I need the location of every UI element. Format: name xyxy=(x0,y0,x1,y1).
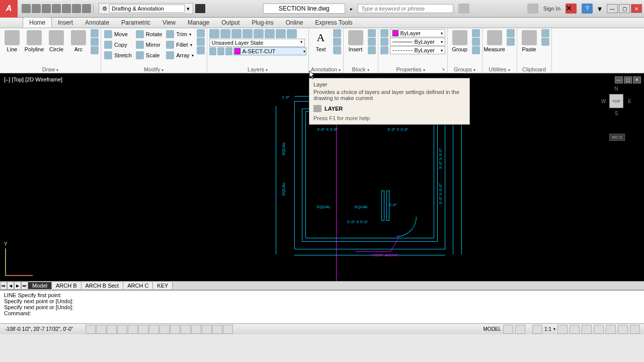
layout-next-icon[interactable]: ▶ xyxy=(14,282,21,290)
edit-block-icon[interactable] xyxy=(368,38,376,46)
wcs-label[interactable]: WCS xyxy=(609,134,625,141)
layout-tab-key[interactable]: KEY xyxy=(153,282,173,289)
erase-icon[interactable] xyxy=(197,29,205,37)
annoscale-icon[interactable] xyxy=(532,325,542,334)
qp-icon[interactable] xyxy=(202,325,212,334)
layer-off-icon[interactable] xyxy=(254,29,264,38)
panel-modify-label[interactable]: Modify▾ xyxy=(103,66,205,73)
workspace-menu-icon[interactable] xyxy=(195,4,205,13)
linetype-icon[interactable] xyxy=(380,46,388,54)
model-space-label[interactable]: MODEL xyxy=(484,326,502,332)
group-button[interactable]: Group xyxy=(450,29,470,52)
layer-thaw-icon[interactable] xyxy=(217,47,224,55)
panel-properties-label[interactable]: Properties▾↘ xyxy=(380,66,445,73)
tab-plugins[interactable]: Plug-ins xyxy=(246,18,279,28)
rotate-button[interactable]: Rotate xyxy=(135,29,163,39)
tab-home[interactable]: Home xyxy=(23,17,52,28)
model-icon[interactable] xyxy=(503,325,513,334)
new-icon[interactable] xyxy=(22,4,31,13)
panel-clipboard-label[interactable]: Clipboard xyxy=(519,66,549,73)
coordinates[interactable]: -108'-0 1/2", 20'-7 17/32", 0'-0" xyxy=(0,326,86,332)
layer-properties-icon[interactable] xyxy=(209,29,219,38)
polar-icon[interactable] xyxy=(117,325,127,334)
polyline-button[interactable]: Polyline xyxy=(24,29,44,52)
layer-match-icon[interactable] xyxy=(287,29,297,38)
layer-isolate-icon[interactable] xyxy=(231,29,242,38)
measure-button[interactable]: Measure xyxy=(485,29,505,52)
line-button[interactable]: Line xyxy=(2,29,22,52)
layout-last-icon[interactable]: ⏭ xyxy=(21,282,28,290)
copy-clip-icon[interactable] xyxy=(541,38,549,46)
workspace-icon[interactable] xyxy=(582,325,592,334)
ducs-icon[interactable] xyxy=(159,325,170,334)
table-icon[interactable] xyxy=(333,46,341,54)
osnap-icon[interactable] xyxy=(128,325,138,334)
command-line[interactable]: LINE Specify first point: Specify next p… xyxy=(0,290,644,323)
user-icon[interactable] xyxy=(527,4,538,14)
scale-label[interactable]: 1:1 xyxy=(544,326,551,332)
group-edit-icon[interactable] xyxy=(472,38,480,46)
ellipse-icon[interactable] xyxy=(91,38,99,46)
saveas-icon[interactable] xyxy=(52,4,61,13)
layout-first-icon[interactable]: ⏮ xyxy=(0,282,7,290)
tpy-icon[interactable] xyxy=(191,325,201,334)
layout-tab-archbsect[interactable]: ARCH B Sect xyxy=(82,282,124,289)
app-icon[interactable]: A xyxy=(0,0,18,18)
stretch-button[interactable]: Stretch xyxy=(103,50,133,60)
undo-icon[interactable] xyxy=(72,4,81,13)
paste-button[interactable]: Paste xyxy=(519,29,539,52)
select-all-icon[interactable] xyxy=(507,29,515,37)
mirror-button[interactable]: Mirror xyxy=(135,40,163,50)
layout-tab-model[interactable]: Model xyxy=(28,282,52,289)
panel-draw-label[interactable]: Draw▾ xyxy=(2,66,99,73)
annovis-icon[interactable] xyxy=(557,325,568,334)
search-input[interactable] xyxy=(358,4,453,13)
tab-annotate[interactable]: Annotate xyxy=(79,18,115,28)
snap-icon[interactable] xyxy=(86,325,96,334)
fillet-button[interactable]: Fillet▾ xyxy=(165,40,194,50)
ortho-icon[interactable] xyxy=(107,325,117,334)
scale-button[interactable]: Scale xyxy=(135,50,163,60)
arc-button[interactable]: Arc xyxy=(68,29,89,52)
open-icon[interactable] xyxy=(32,4,41,13)
grid-icon[interactable] xyxy=(96,325,106,334)
close-button[interactable]: ✕ xyxy=(631,4,642,13)
text-button[interactable]: AText xyxy=(311,29,331,52)
sc-icon[interactable] xyxy=(212,325,222,334)
cmd-prompt[interactable]: Command: xyxy=(4,310,640,316)
viewcube[interactable]: N S E W TOP xyxy=(601,86,631,116)
edit-attr-icon[interactable] xyxy=(368,46,376,54)
move-button[interactable]: Move xyxy=(103,29,133,39)
clean-screen-icon[interactable] xyxy=(630,325,640,334)
redo-icon[interactable] xyxy=(82,4,91,13)
hatch-icon[interactable] xyxy=(91,46,99,54)
insert-button[interactable]: Insert xyxy=(346,29,366,52)
layer-lock-icon[interactable] xyxy=(265,29,275,38)
panel-utilities-label[interactable]: Utilities▾ xyxy=(485,66,515,73)
match-prop-icon[interactable] xyxy=(380,29,388,37)
leader-icon[interactable] xyxy=(333,38,341,46)
save-icon[interactable] xyxy=(42,4,51,13)
tab-output[interactable]: Output xyxy=(215,18,246,28)
lwt-icon[interactable] xyxy=(181,325,191,334)
layout-tab-archb[interactable]: ARCH B xyxy=(52,282,82,289)
lineweight-dropdown[interactable]: ByLayer▾ xyxy=(390,38,445,46)
lineweight-icon[interactable] xyxy=(380,38,388,46)
hardware-icon[interactable] xyxy=(606,325,616,334)
circle-button[interactable]: Circle xyxy=(46,29,66,52)
layer-freeze-icon[interactable] xyxy=(243,29,253,38)
maximize-button[interactable]: ▢ xyxy=(619,4,630,13)
print-icon[interactable] xyxy=(62,4,71,13)
layer-dropdown[interactable]: A-SECT-CUT ▾ xyxy=(233,47,306,55)
explode-icon[interactable] xyxy=(197,38,205,46)
toolbar-lock-icon[interactable] xyxy=(594,325,604,334)
search-icon[interactable] xyxy=(458,4,469,14)
quick-calc-icon[interactable] xyxy=(507,38,515,46)
rectangle-icon[interactable] xyxy=(91,29,99,37)
offset-icon[interactable] xyxy=(197,46,205,54)
layer-unlock-icon[interactable] xyxy=(225,47,232,55)
dyn-icon[interactable] xyxy=(170,325,180,334)
vp-minimize-icon[interactable]: — xyxy=(615,76,623,83)
panel-groups-label[interactable]: Groups▾ xyxy=(450,66,480,73)
tab-parametric[interactable]: Parametric xyxy=(115,18,156,28)
